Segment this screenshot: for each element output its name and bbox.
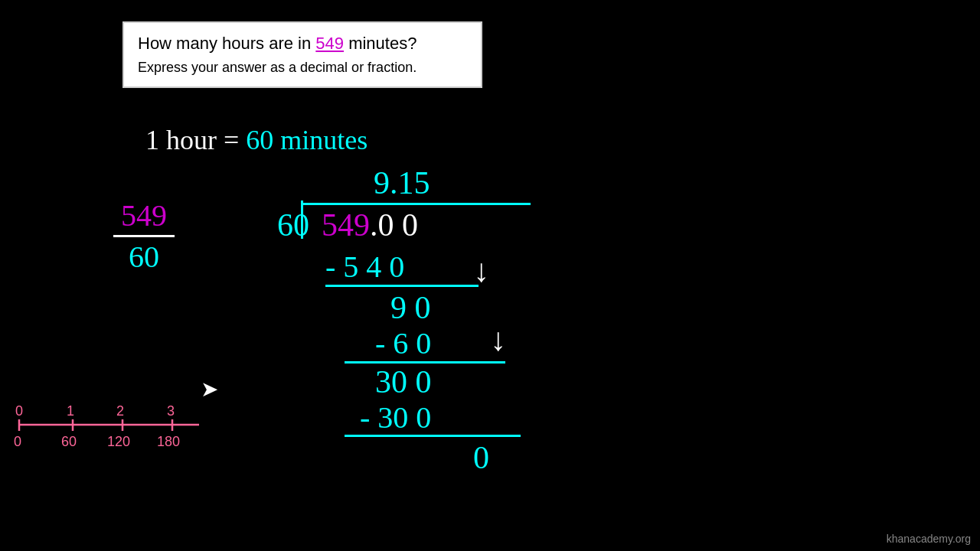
remainder-2: 30 0 xyxy=(375,364,432,400)
final-zero: 0 xyxy=(473,439,489,476)
fraction-line xyxy=(113,235,175,237)
svg-text:3: 3 xyxy=(167,403,175,419)
eq-equals: = xyxy=(224,125,246,155)
subtraction-3: - 30 0 xyxy=(360,399,431,435)
cursor: ➤ xyxy=(201,377,218,402)
number-line: 0 1 2 3 0 60 120 180 xyxy=(4,394,211,455)
eq-1: 1 xyxy=(145,125,166,155)
fraction: 549 60 xyxy=(113,197,175,275)
eq-minutes: minutes xyxy=(280,125,368,155)
fraction-denominator: 60 xyxy=(129,239,159,275)
eq-60: 60 xyxy=(246,125,280,155)
svg-text:1: 1 xyxy=(67,403,74,419)
svg-text:60: 60 xyxy=(61,434,77,449)
divisor: 60 xyxy=(277,207,309,243)
question-text: How many hours are in 549 minutes? xyxy=(138,34,467,54)
dividend-zeros: .0 0 xyxy=(370,207,418,243)
main-equation: 1 hour = 60 minutes xyxy=(145,124,368,156)
svg-text:0: 0 xyxy=(14,434,21,449)
sub3-line xyxy=(345,435,521,437)
question-box: How many hours are in 549 minutes? Expre… xyxy=(122,21,482,88)
eq-hour: hour xyxy=(166,125,224,155)
quotient: 9.15 xyxy=(374,165,430,201)
fraction-numerator: 549 xyxy=(121,197,167,233)
subtraction-2: - 6 0 xyxy=(375,325,431,361)
div-bracket-top xyxy=(301,203,531,205)
dividend-num: 549 xyxy=(322,207,370,243)
arrow1: ↓ xyxy=(473,253,489,289)
question-value: 549 xyxy=(315,34,344,53)
sub1-line xyxy=(325,285,479,287)
watermark: khanacademy.org xyxy=(887,533,971,545)
subtraction-1: - 5 4 0 xyxy=(325,249,404,285)
remainder-1: 9 0 xyxy=(390,289,431,326)
svg-text:120: 120 xyxy=(107,434,130,449)
question-instruction: Express your answer as a decimal or frac… xyxy=(138,60,467,76)
svg-text:0: 0 xyxy=(15,403,23,419)
question-prefix: How many hours are in xyxy=(138,34,315,53)
dividend: 549.0 0 xyxy=(322,207,418,243)
arrow2: ↓ xyxy=(490,321,506,358)
question-suffix: minutes? xyxy=(344,34,416,53)
svg-text:180: 180 xyxy=(157,434,180,449)
svg-text:2: 2 xyxy=(116,403,124,419)
